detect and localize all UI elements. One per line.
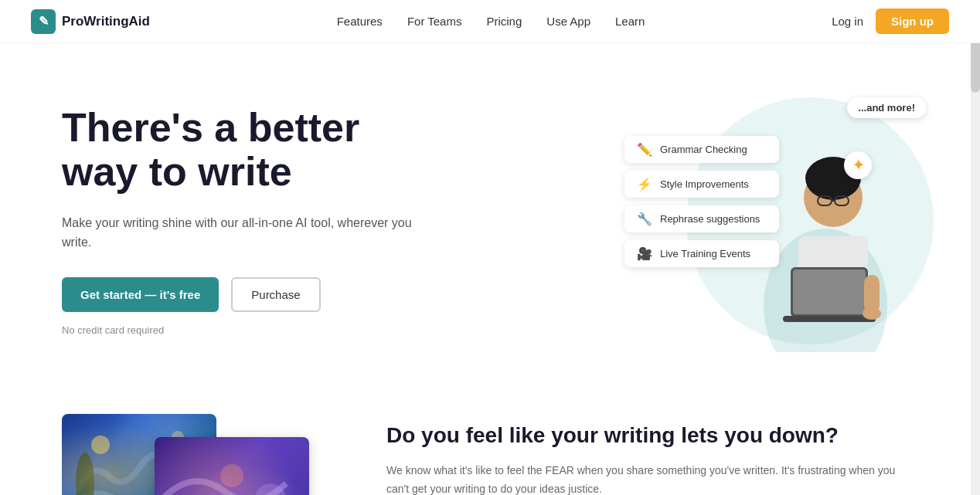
hero-visual: ...and more! ✦ ✏️ Grammar Checking ⚡ Sty… bbox=[624, 90, 918, 352]
login-button[interactable]: Log in bbox=[832, 15, 863, 28]
feature-card-rephrase-label: Rephrase suggestions bbox=[660, 213, 760, 225]
svg-rect-9 bbox=[783, 316, 876, 322]
feature-card-style: ⚡ Style Improvements bbox=[624, 171, 779, 198]
nav-item-for-teams[interactable]: For Teams bbox=[407, 15, 462, 29]
get-started-button[interactable]: Get started — it's free bbox=[62, 277, 219, 312]
feature-card-training: 🎥 Live Training Events bbox=[624, 240, 779, 267]
nav-links: Features For Teams Pricing Use App Learn bbox=[337, 15, 645, 29]
nav-link-learn[interactable]: Learn bbox=[615, 15, 645, 28]
hero-title: There's a better way to write bbox=[62, 106, 433, 194]
feature-card-training-label: Live Training Events bbox=[660, 248, 750, 259]
navbar-actions: Log in Sign up bbox=[832, 8, 949, 34]
nav-item-pricing[interactable]: Pricing bbox=[486, 15, 522, 29]
feature-card-rephrase: 🔧 Rephrase suggestions bbox=[624, 205, 779, 232]
svg-point-11 bbox=[863, 307, 881, 320]
feature-card-grammar: ✏️ Grammar Checking bbox=[624, 136, 779, 163]
section2-visual: My idea in my head bbox=[62, 414, 325, 495]
style-icon: ⚡ bbox=[637, 177, 652, 192]
painting-overlay bbox=[155, 437, 309, 495]
signup-button[interactable]: Sign up bbox=[876, 8, 949, 34]
painting-overlay-swirl bbox=[155, 437, 309, 495]
brand-name: ProWritingAid bbox=[62, 14, 150, 29]
hero-content: There's a better way to write Make your … bbox=[62, 106, 433, 336]
nav-item-use-app[interactable]: Use App bbox=[546, 15, 590, 29]
hero-section: There's a better way to write Make your … bbox=[0, 43, 980, 383]
nav-link-use-app[interactable]: Use App bbox=[546, 15, 590, 28]
nav-link-for-teams[interactable]: For Teams bbox=[407, 15, 462, 28]
feature-card-style-label: Style Improvements bbox=[660, 178, 749, 190]
rephrase-icon: 🔧 bbox=[637, 212, 652, 226]
training-icon: 🎥 bbox=[637, 246, 652, 261]
feature-cards: ✏️ Grammar Checking ⚡ Style Improvements… bbox=[624, 136, 779, 267]
section2: My idea in my head Do you feel like your… bbox=[0, 383, 980, 495]
hero-subtitle: Make your writing shine with our all-in-… bbox=[62, 213, 433, 253]
purchase-button[interactable]: Purchase bbox=[231, 277, 320, 312]
section2-text: We know what it's like to feel the FEAR … bbox=[386, 462, 918, 495]
more-bubble: ...and more! bbox=[847, 97, 926, 118]
nav-item-learn[interactable]: Learn bbox=[615, 15, 645, 29]
plus-badge: ✦ bbox=[844, 151, 872, 179]
hero-buttons: Get started — it's free Purchase bbox=[62, 277, 433, 312]
navbar: ✎ ProWritingAid Features For Teams Prici… bbox=[0, 0, 980, 43]
nav-link-features[interactable]: Features bbox=[337, 15, 383, 28]
section2-title: Do you feel like your writing lets you d… bbox=[386, 422, 918, 449]
brand-logo[interactable]: ✎ ProWritingAid bbox=[31, 9, 150, 34]
svg-rect-8 bbox=[793, 270, 866, 314]
nav-item-features[interactable]: Features bbox=[337, 15, 383, 29]
nav-link-pricing[interactable]: Pricing bbox=[486, 15, 522, 28]
hero-note: No credit card required bbox=[62, 324, 433, 336]
grammar-icon: ✏️ bbox=[637, 142, 652, 157]
section2-content: Do you feel like your writing lets you d… bbox=[386, 414, 918, 495]
logo-icon: ✎ bbox=[31, 9, 56, 34]
feature-card-grammar-label: Grammar Checking bbox=[660, 144, 747, 155]
